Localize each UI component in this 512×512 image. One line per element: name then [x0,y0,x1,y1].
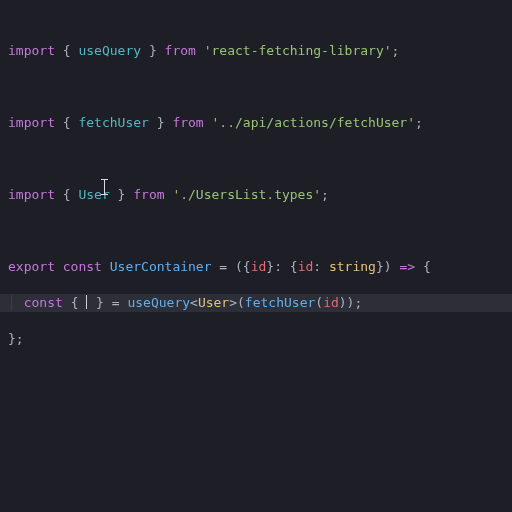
brace-open: { [243,259,251,274]
punct: { [55,115,78,130]
keyword: from [165,43,196,58]
string-quote: ' [204,43,212,58]
colon: : [313,259,329,274]
blank-line[interactable] [8,78,512,96]
blank-line[interactable] [8,222,512,240]
semicolon: ; [321,187,329,202]
paren-open: ( [237,295,245,310]
space [204,115,212,130]
brace-close: } [266,259,274,274]
string-quote: ' [384,43,392,58]
type: string [329,259,376,274]
type-key: id [298,259,314,274]
param: id [251,259,267,274]
function-call: fetchUser [245,295,315,310]
arrow: => [392,259,423,274]
type-arg: User [198,295,229,310]
identifier: fetchUser [78,115,148,130]
semicolon: ; [354,295,362,310]
code-line[interactable]: import { fetchUser } from '../api/action… [8,114,512,132]
keyword: import [8,43,55,58]
string-quote: ' [313,187,321,202]
semicolon: ; [392,43,400,58]
paren-close: ) [339,295,347,310]
code-line[interactable]: import { useQuery } from 'react-fetching… [8,42,512,60]
space [63,295,71,310]
blank-line[interactable] [8,150,512,168]
string: ../api/actions/fetchUser [219,115,407,130]
semicolon: ; [415,115,423,130]
brace-close: } [88,295,104,310]
colon: : [274,259,290,274]
code-line[interactable]: }; [8,330,512,348]
identifier: useQuery [78,43,141,58]
string-quote: ' [407,115,415,130]
angle-close: > [229,295,237,310]
punct: } [149,115,172,130]
keyword: from [133,187,164,202]
closing-brace: }; [8,331,24,346]
equals: = [104,295,127,310]
keyword: const [63,259,102,274]
space [196,43,204,58]
code-editor[interactable]: import { useQuery } from 'react-fetching… [0,0,512,420]
brace-open: { [290,259,298,274]
keyword: const [24,295,63,310]
identifier: User [78,187,109,202]
keyword: import [8,115,55,130]
brace-open: { [71,295,87,310]
string: react-fetching-library [212,43,384,58]
punct: } [141,43,164,58]
equals: = [212,259,235,274]
paren-close: ) [384,259,392,274]
space [55,259,63,274]
code-line[interactable]: import { User } from './UsersList.types'… [8,186,512,204]
punct: { [55,187,78,202]
keyword: import [8,187,55,202]
code-line[interactable]: export const UserContainer = ({id}: {id:… [8,258,512,276]
space [102,259,110,274]
angle-open: < [190,295,198,310]
indent-guide-icon: │ [8,295,24,310]
active-code-line[interactable]: │ const { } = useQuery<User>(fetchUser(i… [0,294,512,312]
paren-open: ( [235,259,243,274]
brace-close: } [376,259,384,274]
const-name: UserContainer [110,259,212,274]
function-call: useQuery [127,295,190,310]
paren-open: ( [315,295,323,310]
keyword: export [8,259,55,274]
punct: } [110,187,133,202]
string: ./UsersList.types [180,187,313,202]
keyword: from [172,115,203,130]
punct: { [55,43,78,58]
argument: id [323,295,339,310]
brace-open: { [423,259,431,274]
